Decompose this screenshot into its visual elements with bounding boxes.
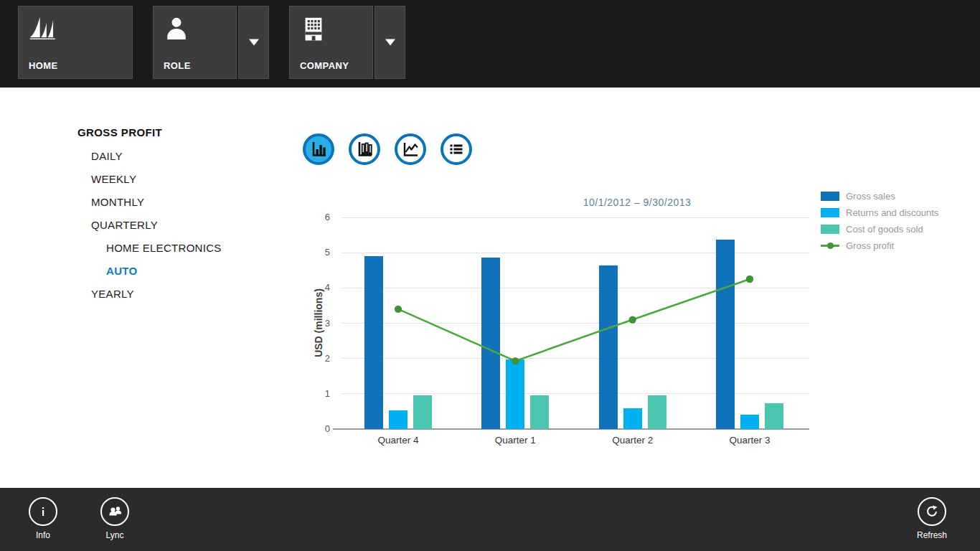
info-button-label: Info [13,530,73,540]
sidebar-item-weekly[interactable]: WEEKLY [0,168,301,191]
chevron-down-icon [249,39,259,46]
y-tick-label: 6 [308,212,330,222]
company-tile[interactable]: COMPANY [289,6,373,79]
sidebar-item-quarterly[interactable]: QUARTERLY [0,214,301,237]
x-tick-label: Quarter 2 [586,435,679,446]
gross-profit-line [341,217,809,429]
legend-label: Cost of goods sold [846,224,923,235]
legend-item-returns-and-discounts: Returns and discounts [821,204,938,221]
role-tile-label: ROLE [164,60,191,71]
stacked-column-chart-button[interactable] [349,133,380,165]
sidebar-item-daily[interactable]: DAILY [0,145,301,168]
list-view-icon [447,140,466,159]
lync-people-icon [100,497,129,526]
app-window: HOME ROLE [0,0,980,551]
legend-label: Gross profit [846,240,894,251]
x-tick-label: Quarter 4 [352,435,445,446]
sidebar-item-auto[interactable]: AUTO [0,260,301,283]
y-tick-label: 5 [308,247,330,258]
home-tile[interactable]: HOME [18,6,133,79]
lync-button-label: Lync [85,530,145,540]
info-icon [29,497,57,526]
sidebar-title: GROSS PROFIT [77,126,301,138]
sidebar-item-monthly[interactable]: MONTHLY [0,191,301,214]
chevron-down-icon [385,39,395,46]
dynamics-logo-icon [29,15,62,47]
legend-label: Gross sales [846,191,895,202]
top-bar: HOME ROLE [0,0,980,88]
list-view-button[interactable] [440,133,472,165]
column-chart-icon [309,140,328,159]
sidebar-items: DAILYWEEKLYMONTHLYQUARTERLYHOME ELECTRON… [0,145,301,306]
refresh-button[interactable]: Refresh [902,497,962,540]
stacked-column-chart-icon [355,140,374,159]
x-tick-label: Quarter 3 [703,435,796,446]
building-icon [300,15,327,45]
role-dropdown-button[interactable] [238,6,269,79]
legend-swatch [821,192,839,201]
y-tick-label: 4 [308,282,330,293]
legend-item-cost-of-goods-sold: Cost of goods sold [821,221,938,237]
legend-label: Returns and discounts [846,207,938,218]
y-tick-label: 3 [308,318,330,329]
y-tick-label: 2 [308,353,330,364]
sidebar-item-home-electronics[interactable]: HOME ELECTRONICS [0,237,301,260]
info-button[interactable]: Info [13,497,73,540]
column-chart-button[interactable] [303,133,334,165]
lync-button[interactable]: Lync [85,497,145,540]
legend-swatch [821,241,839,250]
chart-plot-area: USD (millions) 0123456Quarter 4Quarter 1… [341,217,809,429]
role-tile[interactable]: ROLE [153,6,237,79]
line-chart-button[interactable] [395,133,426,165]
company-dropdown-button[interactable] [374,6,405,79]
refresh-button-label: Refresh [902,530,962,540]
person-icon [164,15,189,45]
legend-swatch [821,208,839,217]
refresh-icon [918,497,946,526]
legend-item-gross-profit: Gross profit [821,237,938,254]
y-tick-label: 1 [308,388,330,399]
line-chart-icon [401,140,420,159]
bottom-command-bar: Info Lync Refresh [0,488,980,551]
x-tick-label: Quarter 1 [468,435,562,446]
sidebar-item-yearly[interactable]: YEARLY [0,283,301,306]
chart-legend: Gross salesReturns and discountsCost of … [821,188,938,254]
legend-item-gross-sales: Gross sales [821,188,938,204]
y-tick-label: 0 [308,423,330,434]
sidebar: GROSS PROFIT DAILYWEEKLYMONTHLYQUARTERLY… [0,88,301,488]
chart-type-switcher [303,133,472,165]
home-tile-label: HOME [29,60,58,71]
legend-swatch [821,225,839,234]
company-tile-label: COMPANY [300,60,349,71]
